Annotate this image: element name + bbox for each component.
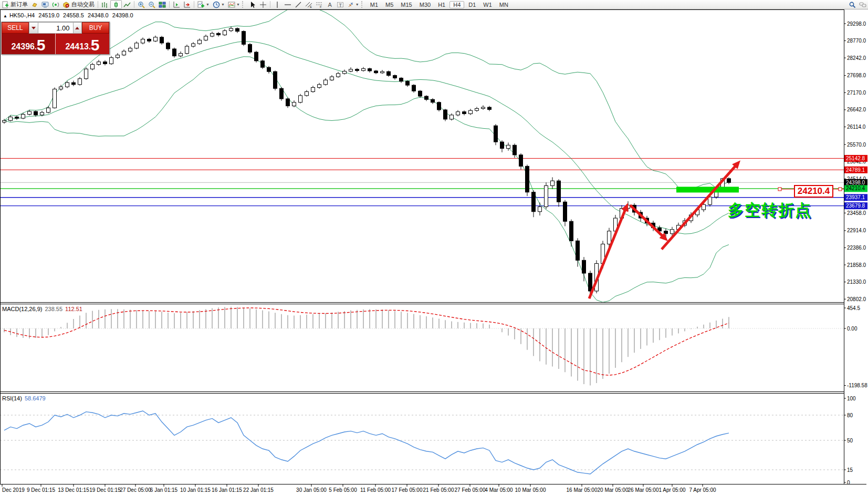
price-tick-label: 29298.0 (847, 21, 866, 27)
timeframe-m15-button[interactable]: M15 (398, 1, 415, 8)
time-axis-label: 4 Mar 05:00 (485, 487, 513, 493)
auto-scroll-button[interactable] (182, 1, 192, 8)
candle-body (513, 145, 517, 155)
search-button[interactable] (847, 1, 857, 8)
macd-axis-label: 0.00 (847, 326, 857, 332)
time-axis-label: 6 Jan 01:15 (150, 487, 178, 493)
cursor-button[interactable] (247, 1, 258, 8)
chevron-down-icon: ▼ (206, 3, 210, 6)
candle-body (9, 117, 13, 121)
candle-body (500, 142, 504, 148)
candle-body (381, 71, 384, 73)
macd-signal-value: 112.51 (65, 306, 82, 312)
tile-windows-button[interactable] (157, 1, 168, 8)
trade-panel-controls: SELL BUY (2, 22, 109, 34)
sell-price[interactable]: 24396.5 (2, 34, 56, 54)
candle-body (671, 230, 674, 234)
timeframe-h4-button[interactable]: H4 (449, 1, 464, 8)
trendline-button[interactable] (293, 1, 304, 8)
fibonacci-button[interactable]: F (314, 1, 325, 8)
text-button[interactable]: A (325, 1, 335, 8)
candle-body (538, 207, 542, 211)
time-axis-label: Dec 2019 (2, 487, 25, 493)
timeframe-m5-button[interactable]: M5 (382, 1, 396, 8)
volume-input[interactable] (38, 22, 73, 34)
timeframe-mn-button[interactable]: MN (496, 1, 511, 8)
chevron-down-icon: ▼ (221, 3, 225, 6)
turning-point-annotation: 多空转折点 (728, 200, 812, 221)
rsi-value: 58.6479 (25, 395, 46, 401)
template-icon (228, 1, 235, 8)
candle-body (192, 44, 195, 46)
candle-body (318, 85, 321, 88)
triangle-up-icon (75, 27, 79, 29)
zoom-out-button[interactable] (147, 1, 157, 8)
one-click-trading-panel: SELL BUY 24396.5 24413.5 (1, 22, 110, 55)
candle-body (141, 39, 145, 43)
buy-price[interactable]: 24413.5 (56, 34, 109, 54)
svg-text:A: A (328, 2, 332, 8)
candle-body (425, 96, 428, 99)
chart-area[interactable]: 29298.028770.028242.027698.027170.026642… (0, 0, 868, 495)
timeframe-d1-button[interactable]: D1 (465, 1, 479, 8)
time-axis-label: 7 Apr 05:00 (689, 487, 716, 493)
timeframe-m1-button[interactable]: M1 (367, 1, 381, 8)
timeframe-w1-button[interactable]: W1 (480, 1, 495, 8)
horizontal-line-button[interactable] (283, 1, 293, 8)
bar-chart-button[interactable] (100, 1, 110, 8)
candle-body (274, 71, 277, 88)
candle-body (185, 46, 189, 54)
rsi-axis-label: 15 (847, 467, 853, 473)
chart-shift-icon (173, 1, 180, 8)
buy-price-main: 24413 (65, 41, 89, 53)
candle-body (532, 192, 536, 212)
candle-body (475, 109, 479, 111)
indicators-button[interactable]: ▼ (196, 1, 211, 8)
arrows-button[interactable]: ▼ (346, 1, 361, 8)
toolbar-grip[interactable] (242, 1, 247, 8)
time-axis-label: 10 Mar 05:00 (515, 487, 546, 493)
equidistant-channel-button[interactable]: E (304, 1, 314, 8)
zoom-in-button[interactable] (136, 1, 147, 8)
chat-icon (859, 1, 866, 8)
rsi-label: RSI(14)58.6479 (2, 395, 46, 401)
candle-body (116, 55, 120, 58)
candle-body (299, 96, 302, 102)
macd-axis-label: -1198.58 (847, 383, 867, 388)
text-label-button[interactable]: T (335, 1, 346, 8)
periods-button[interactable]: ▼ (211, 1, 226, 8)
toolbar-grip[interactable] (361, 1, 366, 8)
chart-shift-button[interactable] (171, 1, 182, 8)
indicators-icon (197, 1, 205, 8)
time-axis-label: 5 Feb 05:00 (329, 487, 357, 493)
volume-decrease-button[interactable] (29, 22, 38, 34)
symbol-info: ▲HK50-,H4 24519.0 24558.5 24348.0 24398.… (3, 12, 135, 18)
new-order-button[interactable]: 新订单 (0, 1, 29, 8)
buy-button[interactable]: BUY (82, 22, 109, 34)
candlestick-icon (112, 1, 120, 8)
candle-body (15, 117, 19, 118)
rsi-title: RSI(14) (2, 395, 22, 401)
chat-button[interactable] (857, 1, 868, 8)
candle-body (557, 181, 561, 202)
crosshair-button[interactable] (258, 1, 268, 8)
candle-body (349, 69, 353, 71)
timeframe-m30-button[interactable]: M30 (416, 1, 434, 8)
line-chart-button[interactable] (122, 1, 132, 8)
auto-trading-button[interactable]: 自动交易 (61, 1, 96, 8)
time-axis-label: 16 Jan 01:15 (212, 487, 242, 493)
sell-button[interactable]: SELL (2, 22, 29, 34)
timeframe-h1-button[interactable]: H1 (435, 1, 448, 8)
collapse-triangle-icon[interactable]: ▲ (3, 14, 7, 18)
price-level-callout[interactable]: 24210.4 (794, 185, 833, 198)
horizontal-line-icon (284, 1, 291, 8)
ohlc-high: 24558.5 (63, 12, 84, 18)
vertical-line-button[interactable] (272, 1, 283, 8)
templates-button[interactable]: ▼ (226, 1, 242, 8)
signals-button[interactable] (50, 1, 61, 8)
candlestick-chart-button[interactable] (110, 0, 122, 9)
data-window-button[interactable] (40, 1, 50, 8)
market-watch-button[interactable] (29, 1, 40, 8)
support-highlight-bar (676, 187, 739, 192)
volume-increase-button[interactable] (73, 22, 82, 34)
